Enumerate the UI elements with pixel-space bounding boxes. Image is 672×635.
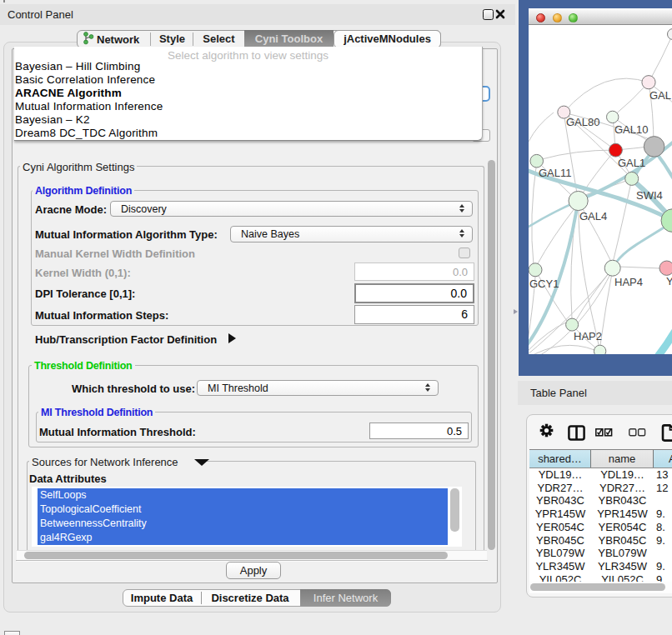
svg-text:GAL80: GAL80 [566,116,599,128]
svg-text:GAL: GAL [649,89,671,102]
svg-text:HAP4: HAP4 [614,276,643,288]
svg-text:GAL4: GAL4 [579,210,607,222]
svg-text:GCY1: GCY1 [529,278,559,290]
svg-text:GAL1: GAL1 [618,157,645,169]
svg-text:SWI4: SWI4 [636,189,663,202]
svg-text:Y: Y [666,275,672,288]
svg-text:GAL11: GAL11 [539,167,572,179]
svg-text:HAP2: HAP2 [574,330,602,342]
svg-text:GAL10: GAL10 [614,123,648,136]
